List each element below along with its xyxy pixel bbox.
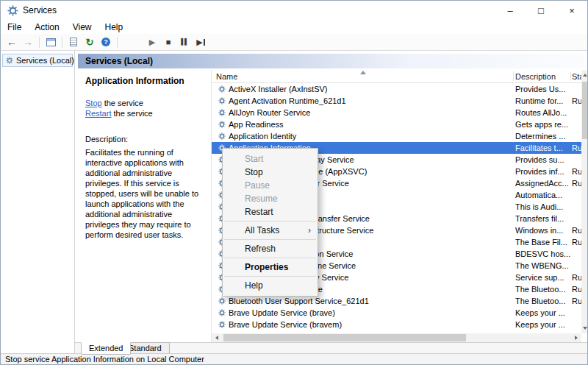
toolbar-pause-service-button[interactable]: ▌▌ <box>176 35 193 49</box>
service-status: Ru... <box>572 283 581 295</box>
scroll-down-icon[interactable] <box>581 322 588 333</box>
service-description: Routes AllJo... <box>515 107 570 118</box>
menu-file[interactable]: File <box>1 22 28 32</box>
menu-item-refresh[interactable]: Refresh <box>223 242 318 255</box>
show-console-tree-icon <box>46 38 56 46</box>
toolbar-restart-service-button[interactable]: ▶ <box>193 35 209 49</box>
window-controls: – □ × <box>495 1 587 20</box>
service-action-links: Stop the service Restart the service <box>85 98 204 118</box>
toolbar-forward-button[interactable]: → <box>20 35 36 49</box>
scroll-right-icon[interactable] <box>570 333 581 342</box>
service-description: Runtime for... <box>515 95 570 107</box>
service-description: Provides Us... <box>515 83 570 95</box>
stop-service-icon: ■ <box>166 38 171 46</box>
forward-icon: → <box>23 37 33 47</box>
service-gear-icon <box>218 297 226 305</box>
submenu-arrow-icon: › <box>308 224 311 237</box>
restart-service-link[interactable]: Restart <box>85 109 111 118</box>
menu-item-properties[interactable]: Properties <box>223 261 318 274</box>
service-status: Ru... <box>572 95 581 107</box>
service-description: This is Audi... <box>515 201 570 213</box>
service-description: Keeps your ... <box>515 319 570 330</box>
service-gear-icon <box>218 97 226 104</box>
refresh-icon: ↻ <box>86 38 94 47</box>
menu-help[interactable]: Help <box>98 22 130 32</box>
service-gear-icon <box>218 309 226 316</box>
maximize-button[interactable]: □ <box>526 1 556 20</box>
tab-extended[interactable]: Extended <box>81 342 131 355</box>
toolbar-separator <box>39 37 40 48</box>
extended-description-panel: Application Information Stop the service… <box>78 70 211 342</box>
services-window: Services – □ × File Action View Help ←→↻… <box>0 0 588 365</box>
menu-action[interactable]: Action <box>28 22 65 32</box>
column-divider[interactable] <box>513 71 514 81</box>
toolbar-separator <box>62 37 62 48</box>
menu-item-pause[interactable]: Pause <box>223 179 318 192</box>
service-description: The Bluetoo... <box>515 283 570 295</box>
menu-item-resume[interactable]: Resume <box>223 192 318 205</box>
toolbar-export-list-button[interactable] <box>65 35 82 49</box>
toolbar-show-console-tree-button[interactable] <box>43 35 59 49</box>
toolbar-back-button[interactable]: ← <box>4 35 20 49</box>
service-row[interactable]: Brave Update Service (brave) Keeps your … <box>212 307 581 319</box>
menu-item-start[interactable]: Start <box>223 152 318 166</box>
column-header-description[interactable]: Description <box>515 70 570 83</box>
console-tree-pane: Services (Local) <box>1 51 75 355</box>
status-bar-text: Stop service Application Information on … <box>5 355 204 364</box>
service-row[interactable]: AllJoyn Router Service Routes AllJo... <box>212 107 581 118</box>
menu-item-restart[interactable]: Restart <box>223 205 318 219</box>
service-description: Provides inf... <box>515 166 570 177</box>
service-row[interactable]: ActiveX Installer (AxInstSV) Provides Us… <box>212 83 581 95</box>
service-description: Service sup... <box>515 272 570 283</box>
service-description: Determines ... <box>515 130 570 142</box>
maximize-icon: □ <box>538 5 544 16</box>
column-header-name[interactable]: Name <box>216 70 495 83</box>
menu-view[interactable]: View <box>66 22 98 32</box>
menu-item-stop[interactable]: Stop <box>223 166 318 179</box>
export-list-icon <box>70 38 77 46</box>
menu-item-all-tasks[interactable]: All Tasks› <box>223 224 318 237</box>
close-icon: × <box>569 5 575 16</box>
service-status: Ru... <box>572 177 581 189</box>
stop-link-suffix: the service <box>102 99 143 107</box>
toolbar-start-service-button[interactable]: ▶ <box>144 35 160 49</box>
service-row[interactable]: Bluetooth User Support Service_621d1 The… <box>212 295 581 307</box>
stop-service-link[interactable]: Stop <box>85 99 102 107</box>
vertical-scrollbar[interactable] <box>581 70 588 333</box>
toolbar: ←→↻?▶■▌▌▶ <box>1 34 587 51</box>
column-header-status[interactable]: Sta... <box>572 70 581 83</box>
toolbar-help-button[interactable]: ? <box>98 35 114 49</box>
service-row[interactable]: Application Identity Determines ... <box>212 130 581 142</box>
column-divider[interactable] <box>570 71 571 81</box>
service-row[interactable]: App Readiness Gets apps re... <box>212 118 581 130</box>
horizontal-scrollbar[interactable] <box>212 333 581 342</box>
service-name: Application Identity <box>229 130 511 142</box>
service-row[interactable]: Agent Activation Runtime_621d1 Runtime f… <box>212 95 581 107</box>
tree-item-services-local[interactable]: Services (Local) <box>2 54 73 67</box>
context-menu: StartStopPauseResumeRestartAll Tasks›Ref… <box>222 148 318 297</box>
restart-service-icon: ▶ <box>196 38 204 46</box>
menu-item-help[interactable]: Help <box>223 279 318 292</box>
pane-header-title: Services (Local) <box>85 56 153 66</box>
help-icon: ? <box>101 38 110 46</box>
scroll-left-icon[interactable] <box>212 333 223 342</box>
service-description: Transfers fil... <box>515 213 570 224</box>
close-button[interactable]: × <box>556 1 587 20</box>
service-description: BDESVC hos... <box>515 248 570 260</box>
service-status: Ru... <box>572 272 581 283</box>
tree-item-label: Services (Local) <box>16 56 74 65</box>
horizontal-scroll-thumb[interactable] <box>223 334 466 341</box>
service-status: Ru... <box>572 142 581 154</box>
selected-service-title: Application Information <box>85 76 204 86</box>
service-gear-icon <box>218 85 226 93</box>
service-name: AllJoyn Router Service <box>229 107 511 118</box>
scroll-up-icon[interactable] <box>581 70 588 81</box>
back-icon: ← <box>7 37 17 47</box>
minimize-button[interactable]: – <box>495 1 526 20</box>
toolbar-stop-service-button[interactable]: ■ <box>160 35 176 49</box>
service-description-text: Facilitates the running of interactive a… <box>85 147 207 240</box>
toolbar-refresh-button[interactable]: ↻ <box>82 35 98 49</box>
service-row[interactable]: Brave Update Service (bravem) Keeps your… <box>212 319 581 330</box>
vertical-scroll-thumb[interactable] <box>582 82 588 139</box>
sort-ascending-icon <box>360 71 366 74</box>
